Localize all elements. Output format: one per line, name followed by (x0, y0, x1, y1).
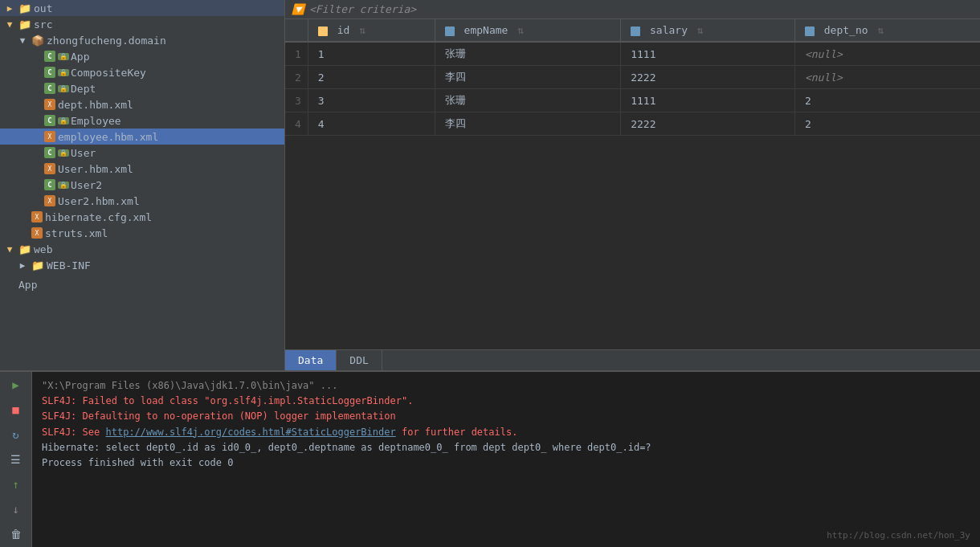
tree-item-compositekey[interactable]: C 🔒 CompositeKey (0, 64, 284, 80)
chevron-right-icon: ▶ (16, 259, 29, 271)
tree-item-dept-xml[interactable]: X dept.hbm.xml (0, 96, 284, 112)
col-label-empname: empName (464, 24, 508, 36)
console-line: Process finished with exit code 0 (42, 455, 970, 471)
run-button[interactable]: ▶ (5, 375, 27, 394)
cell-deptno: 2 (794, 112, 980, 136)
tree-item-user2-xml[interactable]: X User2.hbm.xml (0, 193, 284, 209)
cell-id: 1 (308, 42, 435, 66)
tree-item-employee-xml[interactable]: X employee.hbm.xml (0, 129, 284, 145)
chevron-down-icon: ▼ (16, 34, 29, 47)
slf4j-link[interactable]: http://www.slf4j.org/codes.html#StaticLo… (105, 427, 395, 438)
xml-icon-struts: X (31, 227, 43, 239)
table-header-row: id ⇅ empName ⇅ salary ⇅ (285, 19, 980, 42)
trash-button[interactable]: 🗑 (5, 525, 27, 544)
lock-badge-dept: 🔒 (58, 85, 69, 92)
lock-badge-employee: 🔒 (58, 117, 69, 125)
tree-item-out[interactable]: ▶ 📁 out (0, 0, 284, 16)
col-header-deptno[interactable]: dept_no ⇅ (794, 19, 980, 42)
tree-label-web: web (34, 243, 52, 255)
console-output: "X:\Program Files (x86)\Java\jdk1.7.0\bi… (32, 372, 980, 547)
class-icon-user2: C (44, 179, 55, 190)
spacer-icon2 (3, 278, 16, 291)
data-table-container[interactable]: id ⇅ empName ⇅ salary ⇅ (285, 19, 980, 349)
key-icon (318, 27, 328, 36)
spacer-icon (29, 146, 42, 159)
tree-label-out: out (34, 2, 52, 14)
row-num-header (285, 19, 308, 42)
row-num-cell: 4 (285, 112, 308, 136)
tree-item-user-xml[interactable]: X User.hbm.xml (0, 161, 284, 177)
col-header-salary[interactable]: salary ⇅ (621, 19, 795, 42)
rerun-button[interactable]: ↻ (5, 425, 27, 443)
class-icon-ck: C (44, 67, 55, 78)
file-tree[interactable]: ▶ 📁 out ▼ 📁 src ▼ 📦 zhongfucheng.domain … (0, 0, 285, 370)
class-icon-employee: C (44, 115, 55, 126)
up-button[interactable]: ↑ (5, 476, 27, 494)
sort-icon-id: ⇅ (359, 24, 365, 36)
tree-item-domain[interactable]: ▼ 📦 zhongfucheng.domain (0, 32, 284, 48)
cell-deptno: <null> (794, 66, 980, 89)
console-line: SLF4J: Failed to load class "org.slf4j.i… (42, 394, 970, 409)
table-row[interactable]: 4 4 李四 2222 2 (285, 112, 980, 136)
tree-label-employee-xml: employee.hbm.xml (58, 131, 158, 143)
tree-item-user2[interactable]: C 🔒 User2 (0, 177, 284, 193)
xml-icon-user2: X (44, 195, 55, 206)
console-line: Hibernate: select dept0_.id as id0_0_, d… (42, 440, 970, 455)
tree-item-src[interactable]: ▼ 📁 src (0, 16, 284, 32)
table-row[interactable]: 3 3 张珊 1111 2 (285, 89, 980, 112)
tree-item-struts-xml[interactable]: X struts.xml (0, 225, 284, 241)
xml-icon-dept: X (44, 99, 55, 110)
cell-empname: 张珊 (435, 42, 620, 66)
table-row[interactable]: 1 1 张珊 1111 <null> (285, 42, 980, 66)
tree-item-hibernate-xml[interactable]: X hibernate.cfg.xml (0, 209, 284, 225)
spacer-icon (29, 50, 42, 63)
tree-label-webinf: WEB-INF (47, 259, 91, 271)
table-row[interactable]: 2 2 李四 2222 <null> (285, 66, 980, 89)
tree-item-employee[interactable]: C 🔒 Employee (0, 112, 284, 129)
tree-label-employee: Employee (71, 115, 121, 127)
xml-icon-user: X (44, 163, 55, 174)
cell-id: 3 (308, 89, 435, 112)
tree-item-web[interactable]: ▼ 📁 web (0, 241, 284, 257)
console-area: ▶ ■ ↻ ☰ ↑ ↓ 🗑 "X:\Program Files (x86)\Ja… (0, 370, 980, 547)
spacer-icon (29, 194, 42, 207)
sort-icon-deptno: ⇅ (877, 24, 884, 36)
tab-data[interactable]: Data (285, 350, 337, 370)
tree-label-user2: User2 (71, 179, 102, 191)
col-icon-salary (631, 27, 640, 36)
col-header-id[interactable]: id ⇅ (308, 19, 435, 42)
tree-item-app2[interactable]: App (0, 276, 284, 292)
settings-button[interactable]: ☰ (5, 450, 27, 468)
col-header-empname[interactable]: empName ⇅ (435, 19, 620, 42)
spacer-icon (29, 130, 42, 143)
down-button[interactable]: ↓ (5, 500, 27, 519)
cell-empname: 李四 (435, 66, 620, 89)
spacer-icon (16, 227, 29, 239)
tree-item-webinf[interactable]: ▶ 📁 WEB-INF (0, 257, 284, 273)
tree-label-ck: CompositeKey (71, 67, 146, 79)
lock-badge-user: 🔒 (58, 149, 69, 157)
row-num-cell: 3 (285, 89, 308, 112)
stop-button[interactable]: ■ (5, 400, 27, 418)
tab-bar: Data DDL (285, 349, 980, 370)
tab-ddl[interactable]: DDL (337, 350, 382, 370)
tree-label-user: User (71, 147, 96, 159)
col-icon-deptno (805, 27, 815, 36)
cell-salary: 1111 (621, 89, 795, 112)
filter-placeholder: <Filter criteria> (309, 3, 416, 15)
console-line: SLF4J: See http://www.slf4j.org/codes.ht… (42, 425, 970, 440)
folder-src-icon: 📁 (18, 18, 31, 31)
tree-label-user2-xml: User2.hbm.xml (58, 195, 140, 207)
filter-bar[interactable]: 🔽 <Filter criteria> (285, 0, 980, 19)
cell-salary: 1111 (621, 42, 795, 66)
col-label-deptno: dept_no (824, 24, 868, 36)
right-panel: 🔽 <Filter criteria> id ⇅ em (285, 0, 980, 370)
tree-label-dept-xml: dept.hbm.xml (58, 99, 133, 111)
class-icon-app: C (44, 51, 55, 62)
package-icon: 📦 (31, 34, 44, 47)
lock-badge-app: 🔒 (58, 53, 69, 60)
tree-item-app[interactable]: C 🔒 App (0, 48, 284, 64)
spacer-icon (29, 66, 42, 79)
tree-item-user[interactable]: C 🔒 User (0, 145, 284, 161)
tree-item-dept[interactable]: C 🔒 Dept (0, 80, 284, 96)
